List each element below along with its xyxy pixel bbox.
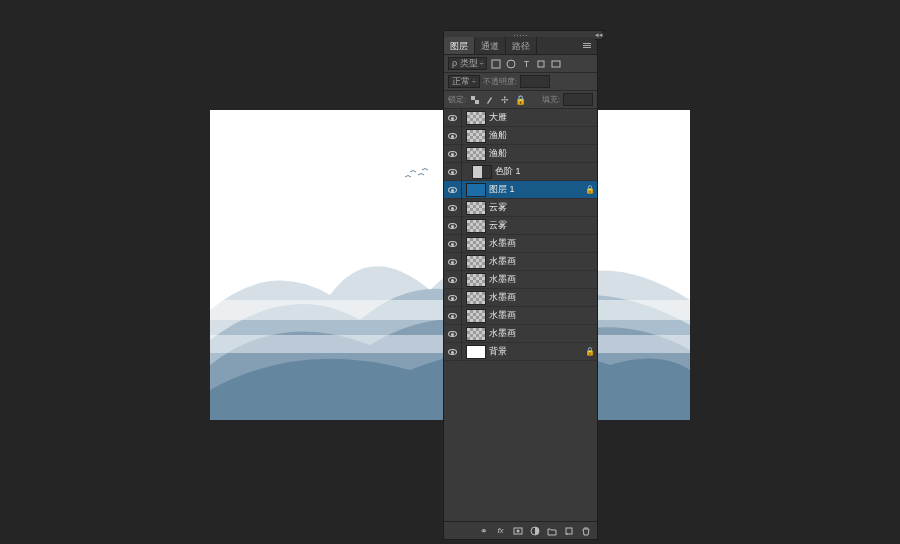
panel-collapse-toggle[interactable]: ◂◂ bbox=[595, 30, 603, 40]
layer-thumbnail[interactable] bbox=[466, 111, 486, 125]
visibility-toggle[interactable] bbox=[444, 271, 462, 289]
visibility-toggle[interactable] bbox=[444, 253, 462, 271]
fx-icon[interactable]: fx bbox=[495, 525, 506, 537]
layer-row[interactable]: 水墨画 bbox=[444, 289, 597, 307]
eye-icon bbox=[448, 223, 457, 229]
svg-rect-3 bbox=[492, 60, 500, 68]
layer-thumbnail[interactable] bbox=[466, 291, 486, 305]
opacity-input[interactable] bbox=[520, 75, 550, 88]
filter-image-icon[interactable] bbox=[490, 58, 502, 70]
group-icon[interactable] bbox=[546, 525, 557, 537]
svg-rect-8 bbox=[475, 100, 479, 104]
eye-icon bbox=[448, 349, 457, 355]
panel-menu-icon[interactable] bbox=[577, 37, 597, 54]
layer-name-label[interactable]: 渔船 bbox=[489, 129, 583, 142]
visibility-toggle[interactable] bbox=[444, 163, 462, 181]
layer-name-label[interactable]: 大雁 bbox=[489, 111, 583, 124]
layer-name-label[interactable]: 云雾 bbox=[489, 201, 583, 214]
layer-row[interactable]: 水墨画 bbox=[444, 307, 597, 325]
layer-thumbnail[interactable] bbox=[466, 327, 486, 341]
layer-row[interactable]: 水墨画 bbox=[444, 325, 597, 343]
chevron-down-icon: ÷ bbox=[472, 78, 476, 85]
layer-row[interactable]: 大雁 bbox=[444, 109, 597, 127]
tab-paths[interactable]: 路径 bbox=[506, 37, 537, 54]
mask-icon[interactable] bbox=[512, 525, 523, 537]
visibility-toggle[interactable] bbox=[444, 109, 462, 127]
blend-opacity-row: 正常 ÷ 不透明度: bbox=[444, 73, 597, 91]
layer-thumbnail[interactable] bbox=[466, 255, 486, 269]
visibility-toggle[interactable] bbox=[444, 145, 462, 163]
tab-layers[interactable]: 图层 bbox=[444, 37, 475, 54]
blend-mode-select[interactable]: 正常 ÷ bbox=[448, 75, 480, 88]
lock-all-icon[interactable]: 🔒 bbox=[514, 94, 526, 106]
layer-row[interactable]: 背景🔒 bbox=[444, 343, 597, 361]
layer-name-label[interactable]: 水墨画 bbox=[489, 291, 583, 304]
layer-row[interactable]: 水墨画 bbox=[444, 235, 597, 253]
layer-row[interactable]: 水墨画 bbox=[444, 253, 597, 271]
layer-name-label[interactable]: 色阶 1 bbox=[495, 165, 583, 178]
visibility-toggle[interactable] bbox=[444, 343, 462, 361]
layer-name-label[interactable]: 背景 bbox=[489, 345, 583, 358]
layer-thumbnail[interactable] bbox=[466, 129, 486, 143]
layer-row[interactable]: 渔船 bbox=[444, 127, 597, 145]
layer-thumbnail[interactable] bbox=[466, 201, 486, 215]
layer-row[interactable]: 云雾 bbox=[444, 199, 597, 217]
link-icon[interactable]: ⚭ bbox=[478, 525, 489, 537]
lock-icon: 🔒 bbox=[583, 347, 597, 356]
visibility-toggle[interactable] bbox=[444, 289, 462, 307]
trash-icon[interactable] bbox=[580, 525, 591, 537]
layer-name-label[interactable]: 图层 1 bbox=[489, 183, 583, 196]
filter-adjust-icon[interactable] bbox=[505, 58, 517, 70]
layer-row[interactable]: 水墨画 bbox=[444, 271, 597, 289]
layer-thumbnail[interactable] bbox=[466, 183, 486, 197]
layer-name-label[interactable]: 水墨画 bbox=[489, 309, 583, 322]
visibility-toggle[interactable] bbox=[444, 235, 462, 253]
lock-pixels-icon[interactable] bbox=[484, 94, 496, 106]
chevron-down-icon: ÷ bbox=[480, 60, 484, 67]
layer-thumbnail[interactable] bbox=[466, 309, 486, 323]
filter-type-icon[interactable]: T bbox=[520, 58, 532, 70]
layer-name-label[interactable]: 水墨画 bbox=[489, 327, 583, 340]
layer-name-label[interactable]: 水墨画 bbox=[489, 273, 583, 286]
visibility-toggle[interactable] bbox=[444, 199, 462, 217]
fill-label: 填充: bbox=[542, 94, 560, 105]
filter-shape-icon[interactable] bbox=[535, 58, 547, 70]
eye-icon bbox=[448, 205, 457, 211]
layer-row[interactable]: 图层 1🔒 bbox=[444, 181, 597, 199]
tab-channels[interactable]: 通道 bbox=[475, 37, 506, 54]
svg-rect-12 bbox=[566, 528, 572, 534]
visibility-toggle[interactable] bbox=[444, 217, 462, 235]
lock-transparent-icon[interactable] bbox=[469, 94, 481, 106]
layer-name-label[interactable]: 渔船 bbox=[489, 147, 583, 160]
eye-icon bbox=[448, 313, 457, 319]
fill-input[interactable] bbox=[563, 93, 593, 106]
filter-label: ρ 类型 bbox=[452, 57, 478, 70]
layer-row[interactable]: 云雾 bbox=[444, 217, 597, 235]
opacity-label: 不透明度: bbox=[483, 76, 517, 87]
lock-icon: 🔒 bbox=[583, 185, 597, 194]
eye-icon bbox=[448, 151, 457, 157]
layer-thumbnail[interactable] bbox=[466, 237, 486, 251]
layer-name-label[interactable]: 水墨画 bbox=[489, 237, 583, 250]
filter-smart-icon[interactable] bbox=[550, 58, 562, 70]
layer-thumbnail[interactable] bbox=[466, 345, 486, 359]
visibility-toggle[interactable] bbox=[444, 325, 462, 343]
layer-row[interactable]: 渔船 bbox=[444, 145, 597, 163]
visibility-toggle[interactable] bbox=[444, 127, 462, 145]
layer-name-label[interactable]: 云雾 bbox=[489, 219, 583, 232]
adjust-icon[interactable] bbox=[529, 525, 540, 537]
visibility-toggle[interactable] bbox=[444, 181, 462, 199]
layer-filter-row: ρ 类型 ÷ T bbox=[444, 55, 597, 73]
layer-thumbnail[interactable] bbox=[466, 219, 486, 233]
eye-icon bbox=[448, 169, 457, 175]
layer-row[interactable]: 色阶 1 bbox=[444, 163, 597, 181]
layer-thumbnail[interactable] bbox=[466, 147, 486, 161]
filter-type-select[interactable]: ρ 类型 ÷ bbox=[448, 57, 487, 70]
layer-thumbnail[interactable] bbox=[472, 165, 492, 179]
layer-thumbnail[interactable] bbox=[466, 273, 486, 287]
new-layer-icon[interactable] bbox=[563, 525, 574, 537]
lock-position-icon[interactable]: ✢ bbox=[499, 94, 511, 106]
layer-name-label[interactable]: 水墨画 bbox=[489, 255, 583, 268]
svg-rect-5 bbox=[538, 61, 544, 67]
visibility-toggle[interactable] bbox=[444, 307, 462, 325]
